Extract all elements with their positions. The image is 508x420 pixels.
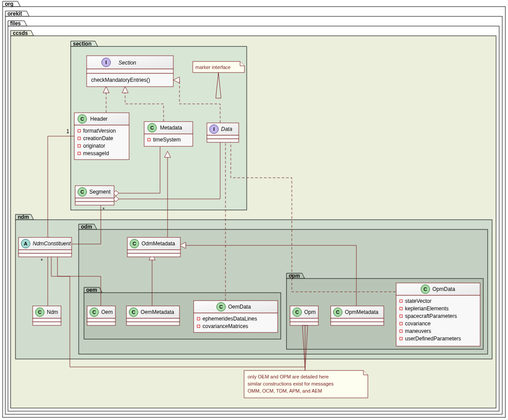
svg-text:Opm: Opm [304, 309, 316, 315]
svg-text:covarianceMatrices: covarianceMatrices [202, 323, 248, 329]
svg-text:C: C [92, 309, 96, 315]
svg-text:OemMetadata: OemMetadata [141, 309, 174, 315]
svg-text:I: I [105, 60, 107, 65]
svg-text:similar constructions exist fo: similar constructions exist for messages [248, 381, 334, 386]
svg-text:C: C [219, 304, 223, 309]
svg-text:C: C [80, 116, 84, 122]
svg-text:C: C [38, 309, 42, 315]
class-OemMetadata: C OemMetadata [126, 306, 180, 325]
class-Metadata: C Metadata timeSystem [144, 122, 193, 146]
svg-text:only OEM and OPM are detailed : only OEM and OPM are detailed here [248, 374, 328, 379]
svg-rect-85 [33, 318, 61, 322]
svg-text:userDefinedParameters: userDefinedParameters [405, 336, 461, 342]
svg-text:spacecraftParameters: spacecraftParameters [405, 313, 457, 319]
svg-rect-86 [33, 322, 61, 325]
svg-rect-92 [127, 253, 180, 257]
svg-text:OpmData: OpmData [432, 286, 455, 292]
svg-text:Oem: Oem [101, 309, 113, 315]
svg-text:NdmConstituent: NdmConstituent [33, 241, 71, 247]
svg-text:oem: oem [86, 287, 97, 293]
class-Header: C Header formatVersion creationDate orig… [74, 113, 129, 160]
class-OpmData: C OpmData stateVector keplerianElements … [396, 283, 480, 346]
class-OpmMetadata: C OpmMetadata [331, 306, 384, 325]
svg-text:C: C [336, 309, 340, 315]
svg-text:marker interface: marker interface [195, 65, 230, 70]
svg-text:C: C [295, 309, 299, 315]
svg-rect-91 [127, 250, 180, 253]
class-OemData: C OemData ephemeridesDataLines covarianc… [194, 301, 278, 332]
svg-rect-68 [207, 139, 239, 142]
svg-text:originator: originator [83, 143, 105, 149]
svg-rect-124 [331, 318, 384, 322]
svg-text:Section: Section [118, 60, 136, 66]
class-Data: I Data [207, 123, 239, 142]
svg-rect-74 [75, 202, 114, 205]
svg-rect-98 [87, 322, 115, 325]
svg-text:Header: Header [90, 116, 107, 122]
svg-text:orekit: orekit [8, 11, 22, 17]
class-Ndm: C Ndm [33, 306, 61, 325]
svg-text:Data: Data [221, 126, 233, 132]
svg-rect-125 [331, 322, 384, 325]
svg-text:1: 1 [66, 128, 69, 134]
svg-text:section: section [73, 41, 92, 47]
svg-text:OemData: OemData [228, 304, 251, 310]
class-Segment: C Segment [75, 186, 114, 205]
svg-rect-79 [19, 250, 72, 253]
svg-text:stateVector: stateVector [405, 298, 432, 304]
svg-text:ephemeridesDataLines: ephemeridesDataLines [202, 316, 257, 322]
svg-text:maneuvers: maneuvers [405, 328, 431, 334]
uml-diagram: org orekit files ccsds section ndm odm o… [0, 0, 508, 420]
svg-rect-118 [290, 318, 318, 322]
svg-text:C: C [80, 189, 84, 195]
svg-text:C: C [132, 309, 135, 315]
svg-text:odm: odm [81, 224, 92, 230]
svg-text:covariance: covariance [405, 321, 431, 327]
svg-text:OdmMetadata: OdmMetadata [141, 241, 175, 247]
svg-text:org: org [5, 1, 13, 7]
svg-text:I: I [213, 126, 214, 132]
class-Oem: C Oem [87, 306, 115, 325]
svg-text:checkMandatoryEntries(): checkMandatoryEntries() [91, 77, 150, 83]
svg-text:formatVersion: formatVersion [83, 128, 116, 134]
svg-text:Segment: Segment [89, 189, 111, 195]
svg-text:C: C [424, 286, 427, 292]
svg-text:A: A [24, 241, 27, 246]
class-NdmConstituent: A NdmConstituent [19, 237, 72, 257]
svg-text:Ndm: Ndm [47, 309, 58, 315]
svg-rect-119 [290, 322, 318, 325]
svg-rect-67 [207, 135, 239, 139]
svg-text:messageId: messageId [83, 150, 109, 157]
svg-text:ndm: ndm [18, 214, 29, 220]
svg-text:timeSystem: timeSystem [153, 137, 181, 143]
svg-text:*: * [103, 206, 105, 213]
svg-rect-97 [87, 318, 115, 322]
class-Section: I Section checkMandatoryEntries() [87, 56, 173, 87]
svg-text:*: * [41, 258, 43, 264]
svg-rect-80 [19, 253, 72, 257]
svg-text:opm: opm [289, 273, 300, 279]
class-Opm: C Opm [290, 306, 318, 325]
svg-text:C: C [133, 241, 136, 246]
svg-text:ccsds: ccsds [13, 30, 28, 36]
svg-text:OpmMetadata: OpmMetadata [345, 309, 378, 315]
svg-text:Metadata: Metadata [160, 125, 182, 131]
svg-rect-103 [126, 318, 180, 322]
svg-rect-40 [87, 69, 173, 73]
svg-text:creationDate: creationDate [83, 135, 113, 141]
svg-text:keplerianElements: keplerianElements [405, 305, 449, 312]
svg-rect-73 [75, 198, 114, 202]
svg-text:C: C [150, 125, 154, 130]
svg-text:OMM, OCM, TDM, APM, and AEM: OMM, OCM, TDM, APM, and AEM [248, 388, 322, 393]
class-OdmMetadata: C OdmMetadata [127, 237, 180, 257]
svg-rect-104 [126, 322, 180, 325]
svg-text:files: files [10, 20, 21, 27]
